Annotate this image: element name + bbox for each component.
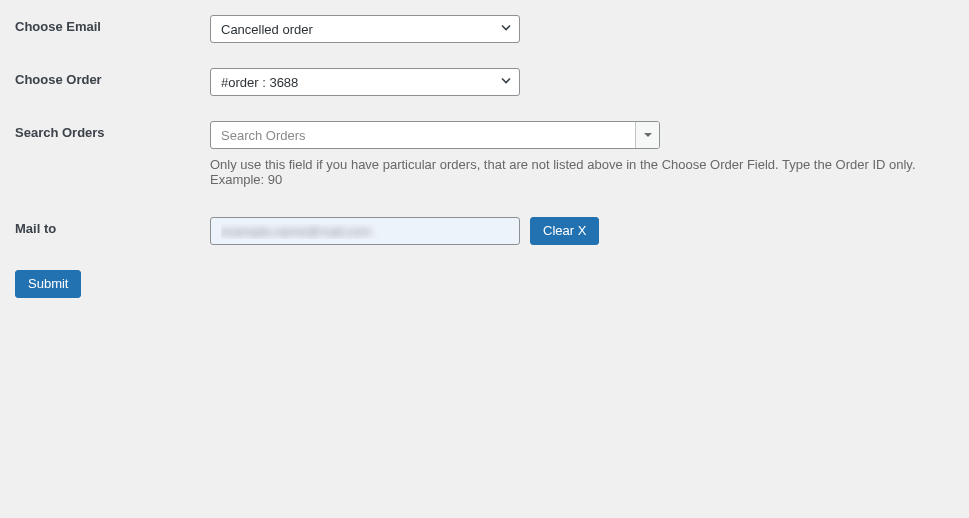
choose-email-label: Choose Email (15, 15, 210, 34)
mail-to-label: Mail to (15, 217, 210, 236)
search-orders-select[interactable]: Search Orders (210, 121, 660, 149)
search-orders-hint: Only use this field if you have particul… (210, 157, 954, 187)
choose-order-label: Choose Order (15, 68, 210, 87)
search-orders-placeholder: Search Orders (211, 128, 635, 143)
submit-button[interactable]: Submit (15, 270, 81, 298)
choose-order-select[interactable]: #order : 3688 (210, 68, 520, 96)
clear-button[interactable]: Clear X (530, 217, 599, 245)
caret-down-icon (635, 122, 659, 148)
choose-email-select[interactable]: Cancelled order (210, 15, 520, 43)
mail-to-input[interactable] (210, 217, 520, 245)
search-orders-label: Search Orders (15, 121, 210, 140)
